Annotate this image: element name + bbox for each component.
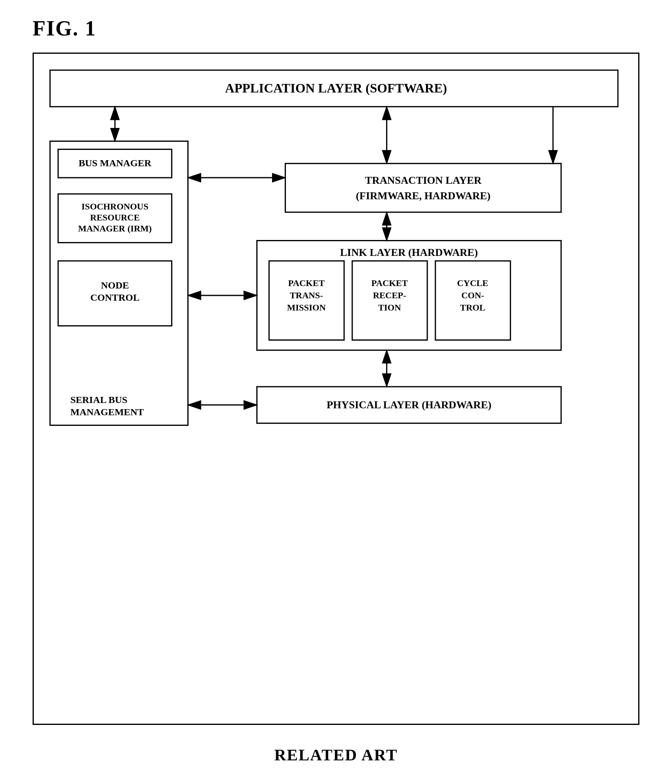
svg-text:CONTROL: CONTROL bbox=[90, 292, 140, 303]
svg-rect-42 bbox=[352, 261, 427, 340]
svg-text:TION: TION bbox=[378, 302, 401, 313]
svg-text:(FIRMWARE, HARDWARE): (FIRMWARE, HARDWARE) bbox=[356, 190, 491, 202]
svg-rect-31 bbox=[285, 163, 561, 212]
svg-text:CON-: CON- bbox=[461, 290, 484, 300]
svg-text:RECEP-: RECEP- bbox=[373, 290, 406, 300]
svg-text:PHYSICAL LAYER (HARDWARE): PHYSICAL LAYER (HARDWARE) bbox=[327, 399, 491, 411]
svg-text:ISOCHRONOUS: ISOCHRONOUS bbox=[81, 201, 148, 211]
related-art-footer: RELATED ART bbox=[33, 745, 639, 764]
svg-rect-46 bbox=[435, 261, 510, 340]
svg-text:TRANS-: TRANS- bbox=[290, 290, 323, 300]
svg-rect-38 bbox=[269, 261, 344, 340]
svg-text:CYCLE: CYCLE bbox=[457, 278, 488, 288]
svg-text:BUS MANAGER: BUS MANAGER bbox=[79, 158, 152, 168]
svg-text:LINK LAYER (HARDWARE): LINK LAYER (HARDWARE) bbox=[340, 247, 478, 258]
svg-text:MANAGER (IRM): MANAGER (IRM) bbox=[78, 223, 152, 233]
svg-text:MANAGEMENT: MANAGEMENT bbox=[70, 407, 144, 417]
svg-text:PACKET: PACKET bbox=[371, 278, 408, 288]
svg-text:PACKET: PACKET bbox=[288, 278, 325, 288]
svg-text:RESOURCE: RESOURCE bbox=[90, 212, 140, 222]
svg-text:TRANSACTION LAYER: TRANSACTION LAYER bbox=[365, 174, 481, 186]
svg-text:SERIAL BUS: SERIAL BUS bbox=[70, 394, 127, 405]
svg-text:APPLICATION LAYER (SOFTWARE): APPLICATION LAYER (SOFTWARE) bbox=[225, 81, 447, 95]
fig-title: FIG. 1 bbox=[33, 16, 639, 40]
diagram-svg: APPLICATION LAYER (SOFTWARE) BUS MANAGER… bbox=[33, 53, 639, 725]
svg-text:MISSION: MISSION bbox=[287, 302, 326, 313]
svg-text:TROL: TROL bbox=[460, 302, 485, 313]
svg-text:NODE: NODE bbox=[101, 280, 129, 291]
